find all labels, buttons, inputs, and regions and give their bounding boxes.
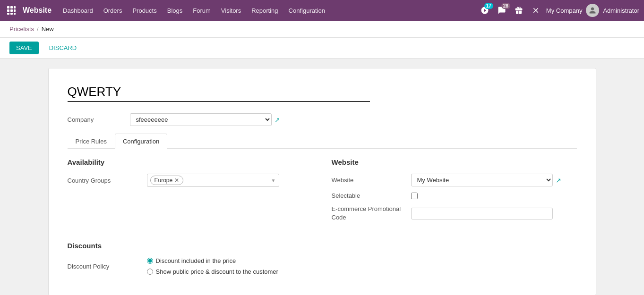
discount-option-included[interactable]: Discount included in the price — [147, 257, 278, 264]
message-badge: 28 — [501, 3, 510, 9]
discount-option-included-label: Discount included in the price — [156, 257, 236, 264]
record-title[interactable] — [68, 83, 370, 102]
nav-dashboard[interactable]: Dashboard — [58, 4, 98, 17]
company-field-value: sfeeeeeeee ↗ — [130, 113, 280, 126]
website-section: Website Website My Website ↗ Selectable — [332, 158, 577, 228]
tab-price-rules[interactable]: Price Rules — [68, 134, 115, 149]
website-label: Website — [332, 177, 407, 184]
topbar: Website Dashboard Orders Products Blogs … — [0, 0, 644, 21]
ecommerce-promo-label: E-commerce Promotional Code — [332, 205, 407, 222]
breadcrumb: Pricelists / New — [0, 21, 644, 38]
svg-rect-3 — [7, 9, 9, 12]
nav-blogs[interactable]: Blogs — [163, 4, 188, 17]
svg-rect-6 — [7, 13, 9, 15]
tabs: Price Rules Configuration — [68, 134, 577, 149]
gift-icon[interactable] — [512, 4, 525, 17]
save-button[interactable]: SAVE — [9, 42, 39, 54]
discount-radio-included[interactable] — [147, 258, 153, 264]
company-selector[interactable]: My Company — [546, 7, 583, 14]
country-groups-select[interactable]: Europe ✕ ▼ — [147, 174, 279, 187]
discounts-section: Discounts Discount Policy Discount inclu… — [68, 242, 577, 275]
company-label: My Company — [546, 7, 583, 14]
svg-rect-2 — [14, 6, 16, 8]
svg-rect-4 — [10, 9, 13, 12]
avatar[interactable] — [586, 4, 599, 17]
breadcrumb-parent[interactable]: Pricelists — [9, 25, 34, 33]
ecommerce-promo-input[interactable] — [411, 208, 553, 219]
discount-policy-options: Discount included in the price Show publ… — [147, 257, 278, 275]
discard-button[interactable]: DISCARD — [43, 42, 84, 54]
svg-rect-1 — [10, 6, 13, 8]
nav-forum[interactable]: Forum — [188, 4, 215, 17]
nav-configuration[interactable]: Configuration — [284, 4, 330, 17]
availability-section: Availability Country Groups Europe ✕ ▼ — [68, 158, 313, 228]
website-field-row: Website My Website ↗ — [332, 174, 577, 186]
country-groups-arrow[interactable]: ▼ — [271, 178, 276, 183]
country-groups-label: Country Groups — [68, 177, 143, 184]
activity-badge: 17 — [484, 3, 493, 9]
website-external-link-icon[interactable]: ↗ — [556, 177, 561, 184]
nav-orders[interactable]: Orders — [99, 4, 127, 17]
activity-icon[interactable]: 17 — [478, 4, 491, 17]
nav-visitors[interactable]: Visitors — [216, 4, 246, 17]
company-select[interactable]: sfeeeeeeee — [130, 113, 272, 126]
ecommerce-promo-row: E-commerce Promotional Code — [332, 205, 577, 222]
discount-policy-row: Discount Policy Discount included in the… — [68, 257, 577, 275]
user-label: Administrator — [603, 7, 639, 14]
country-groups-row: Country Groups Europe ✕ ▼ — [68, 174, 313, 187]
svg-rect-5 — [14, 9, 16, 12]
europe-tag-remove[interactable]: ✕ — [174, 177, 179, 184]
action-bar: SAVE DISCARD — [0, 38, 644, 59]
availability-section-title: Availability — [68, 158, 313, 166]
selectable-checkbox[interactable] — [411, 193, 418, 199]
nav-reporting[interactable]: Reporting — [247, 4, 283, 17]
discounts-section-title: Discounts — [68, 242, 577, 250]
discount-radio-show[interactable] — [147, 269, 153, 275]
company-field-row: Company sfeeeeeeee ↗ — [68, 113, 577, 126]
app-name: Website — [23, 6, 52, 15]
discount-option-show-label: Show public price & discount to the cust… — [156, 268, 278, 275]
grid-menu-icon[interactable] — [5, 4, 18, 17]
message-icon[interactable]: 28 — [495, 4, 508, 17]
company-external-link-icon[interactable]: ↗ — [275, 116, 280, 124]
selectable-label: Selectable — [332, 192, 407, 199]
website-section-title: Website — [332, 158, 577, 166]
website-field-value: My Website ↗ — [411, 174, 561, 186]
discount-option-show[interactable]: Show public price & discount to the cust… — [147, 268, 278, 275]
close-icon[interactable] — [529, 4, 542, 17]
tab-content-configuration: Availability Country Groups Europe ✕ ▼ W… — [68, 158, 577, 228]
selectable-row: Selectable — [332, 192, 577, 199]
europe-tag-label: Europe — [155, 177, 173, 184]
nav-products[interactable]: Products — [128, 4, 161, 17]
company-label: Company — [68, 116, 124, 123]
discount-policy-label: Discount Policy — [68, 263, 143, 270]
main-content: Company sfeeeeeeee ↗ Price Rules Configu… — [0, 59, 644, 295]
svg-rect-0 — [7, 6, 9, 8]
tab-configuration[interactable]: Configuration — [115, 134, 167, 149]
breadcrumb-current: New — [42, 25, 54, 33]
form-card: Company sfeeeeeeee ↗ Price Rules Configu… — [48, 68, 596, 295]
svg-rect-7 — [10, 13, 13, 15]
topbar-right: 17 28 My Company Administrator — [478, 4, 639, 17]
main-nav: Dashboard Orders Products Blogs Forum Vi… — [58, 4, 476, 17]
breadcrumb-separator: / — [37, 25, 39, 33]
website-select[interactable]: My Website — [411, 174, 553, 186]
svg-rect-8 — [14, 13, 16, 15]
europe-tag: Europe ✕ — [150, 176, 184, 185]
